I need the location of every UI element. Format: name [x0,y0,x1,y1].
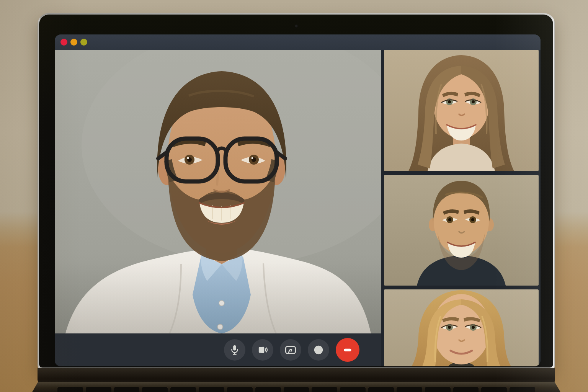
record-button[interactable] [308,339,329,361]
zoom-button[interactable] [80,39,87,46]
laptop-bezel [39,15,553,368]
participant-1-illustration [384,50,539,171]
call-control-bar [55,333,381,366]
window-titlebar [55,34,541,50]
participant-tile-1[interactable] [384,50,539,171]
end-call-icon [341,343,354,356]
desk-scene [0,0,588,392]
record-icon [313,344,324,356]
laptop-hinge [38,368,555,384]
camera-button[interactable] [252,339,273,361]
screen-share-icon [284,344,297,356]
main-speaker-illustration [55,50,381,333]
microphone-button[interactable] [224,339,245,361]
laptop-base [32,382,560,392]
participant-tile-2[interactable] [384,175,539,286]
keyboard-keys [57,387,535,392]
end-call-button[interactable] [336,338,359,362]
call-controls [224,333,359,366]
minimize-button[interactable] [70,39,77,46]
laptop-lid [38,13,555,370]
participant-tile-3[interactable] [384,289,539,366]
screen-share-button[interactable] [280,339,301,361]
webcam-dot [295,24,298,28]
microphone-icon [229,344,240,356]
participants-sidebar [384,50,539,366]
participant-3-illustration [384,289,539,366]
close-button[interactable] [60,39,67,46]
participant-2-illustration [384,175,539,286]
main-video-tile[interactable] [55,50,381,333]
camera-icon [257,344,268,356]
video-call-window [55,34,541,366]
